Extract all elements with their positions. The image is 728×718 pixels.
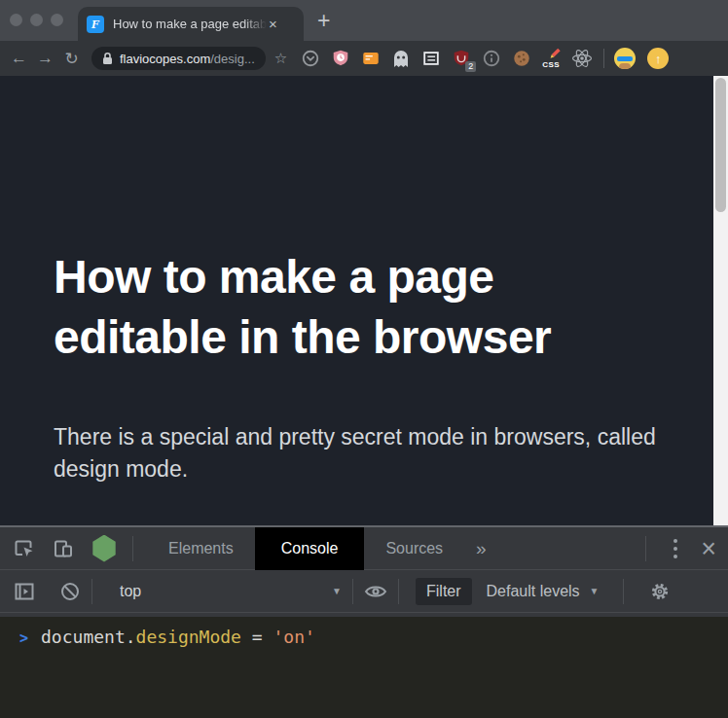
nodejs-icon[interactable] bbox=[91, 535, 117, 562]
devtools-tabs: Elements Console Sources » bbox=[147, 527, 487, 570]
toolbar-separator bbox=[91, 579, 92, 604]
forward-icon[interactable]: → bbox=[32, 49, 58, 68]
code-token: = bbox=[241, 627, 273, 647]
page-intro: There is a special and pretty secret mod… bbox=[54, 421, 657, 485]
context-selector[interactable]: top ▼ bbox=[120, 583, 342, 600]
browser-tab[interactable]: F How to make a page editable i × bbox=[78, 7, 304, 41]
reader-view-extension-icon[interactable] bbox=[420, 48, 442, 69]
devtools-panel: Elements Console Sources » × top ▼ bbox=[0, 525, 728, 718]
chevron-down-icon: ▼ bbox=[332, 586, 342, 596]
bookmark-star-icon[interactable]: ☆ bbox=[274, 50, 287, 67]
css-editor-extension-icon[interactable]: CSS bbox=[541, 48, 563, 69]
toolbar-separator bbox=[352, 579, 353, 604]
settings-gear-icon[interactable] bbox=[649, 581, 671, 602]
url-domain: flaviocopes.com bbox=[120, 52, 210, 66]
browser-toolbar: ← → ↻ flaviocopes.com/desig... ☆ 2 bbox=[0, 41, 728, 76]
console-command: document.designMode = 'on' bbox=[41, 627, 315, 647]
inspect-element-icon[interactable] bbox=[14, 538, 35, 559]
console-input-row[interactable]: > document.designMode = 'on' bbox=[0, 627, 728, 647]
window-frame: F How to make a page editable i × + bbox=[0, 0, 728, 41]
log-levels-dropdown[interactable]: Default levels ▼ bbox=[487, 583, 600, 600]
eye-icon[interactable] bbox=[364, 583, 387, 600]
toolbar-separator bbox=[398, 579, 399, 604]
minimize-window-button[interactable] bbox=[30, 14, 43, 26]
extensions-row: 2 CSS bbox=[300, 48, 593, 69]
code-token: document. bbox=[41, 627, 136, 647]
page-scrollbar[interactable] bbox=[713, 76, 728, 525]
console-toolbar: top ▼ Filter Default levels ▼ bbox=[0, 570, 728, 613]
react-devtools-extension-icon[interactable] bbox=[571, 48, 593, 69]
toolbar-separator bbox=[623, 579, 624, 604]
profile-avatar[interactable] bbox=[614, 48, 636, 69]
tab-favicon-icon: F bbox=[87, 16, 104, 33]
code-token: 'on' bbox=[273, 627, 314, 647]
console-sidebar-icon[interactable] bbox=[14, 581, 35, 602]
more-tabs-icon[interactable]: » bbox=[476, 527, 487, 570]
close-window-button[interactable] bbox=[10, 14, 22, 26]
avatar-face bbox=[619, 63, 631, 69]
devtools-separator bbox=[645, 536, 646, 561]
ghostery-extension-icon[interactable] bbox=[390, 48, 412, 69]
page-title: How to make a page editable in the brows… bbox=[54, 247, 672, 369]
tab-console[interactable]: Console bbox=[255, 527, 365, 570]
avatar-sunglasses bbox=[617, 56, 633, 61]
code-token: designMode bbox=[136, 627, 241, 647]
ublock-badge: 2 bbox=[465, 61, 476, 72]
devtools-menu-icon[interactable] bbox=[673, 539, 677, 558]
pocket-extension-icon[interactable] bbox=[300, 48, 321, 69]
devtools-separator bbox=[132, 536, 133, 561]
page-content: How to make a page editable in the brows… bbox=[0, 76, 713, 525]
chevron-down-icon: ▼ bbox=[590, 586, 600, 596]
reload-icon[interactable]: ↻ bbox=[58, 49, 85, 69]
web-clipper-extension-icon[interactable] bbox=[360, 48, 382, 69]
devtools-tabbar: Elements Console Sources » × bbox=[0, 527, 728, 570]
clear-console-icon[interactable] bbox=[59, 581, 81, 602]
ublock-origin-extension-icon[interactable]: 2 bbox=[451, 48, 472, 69]
back-icon[interactable]: ← bbox=[6, 49, 32, 68]
console-output[interactable]: > document.designMode = 'on' bbox=[0, 617, 728, 718]
device-toolbar-icon[interactable] bbox=[53, 538, 74, 559]
zoom-window-button[interactable] bbox=[51, 14, 63, 26]
traffic-lights bbox=[10, 14, 63, 26]
new-tab-button[interactable]: + bbox=[317, 8, 330, 34]
browser-update-icon[interactable]: ↑ bbox=[647, 48, 669, 69]
info-extension-icon[interactable] bbox=[481, 48, 502, 69]
tab-elements[interactable]: Elements bbox=[147, 527, 255, 570]
tab-sources[interactable]: Sources bbox=[364, 527, 464, 570]
filter-input[interactable]: Filter bbox=[416, 578, 472, 605]
address-bar[interactable]: flaviocopes.com/desig... bbox=[91, 47, 266, 70]
tab-title: How to make a page editable i bbox=[113, 17, 267, 31]
console-prompt-icon: > bbox=[19, 629, 28, 647]
devtools-close-icon[interactable]: × bbox=[701, 536, 716, 562]
privacy-shield-extension-icon[interactable] bbox=[330, 48, 351, 69]
scrollbar-thumb[interactable] bbox=[715, 78, 726, 212]
toolbar-separator bbox=[603, 49, 604, 68]
css-editor-label: CSS bbox=[542, 60, 560, 69]
cookie-extension-icon[interactable] bbox=[511, 48, 532, 69]
lock-icon bbox=[102, 52, 113, 65]
tab-close-icon[interactable]: × bbox=[269, 17, 277, 31]
url-path: /desig... bbox=[210, 52, 255, 66]
